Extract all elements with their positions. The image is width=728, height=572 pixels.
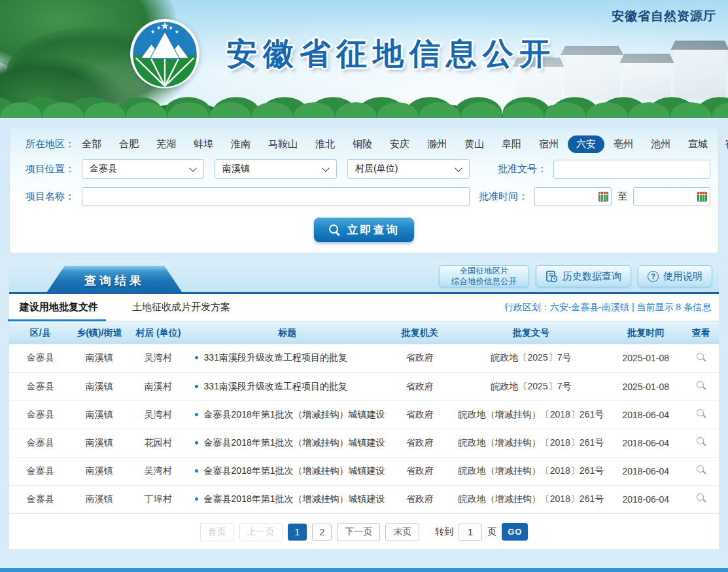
first-page-button[interactable]: 首页 [200, 523, 234, 541]
pagination: 首页 上一页 1 2 下一页 末页 转到 页 GO [9, 514, 719, 545]
county-select[interactable]: 金寨县 [82, 159, 204, 179]
col-title: 标题 [190, 321, 385, 344]
cell-county: 金寨县 [9, 429, 71, 457]
region-item[interactable]: 亳州 [614, 138, 633, 151]
page-2-button[interactable]: 2 [312, 524, 332, 541]
search-button-label: 立即查询 [347, 223, 400, 238]
cell-village: 吴湾村 [127, 401, 189, 429]
region-item[interactable]: 安庆 [390, 138, 409, 151]
cell-title[interactable]: 金寨县2018年第1批次（增减挂钩）城镇建设.. [190, 485, 385, 513]
view-magnifier-icon[interactable] [696, 465, 706, 475]
go-button[interactable]: GO [502, 523, 528, 541]
region-item[interactable]: 淮北 [315, 138, 335, 151]
view-magnifier-icon[interactable] [696, 493, 706, 503]
title-link[interactable]: 金寨县2018年第1批次（增减挂钩）城镇建设.. [204, 409, 385, 420]
next-page-button[interactable]: 下一页 [337, 523, 380, 541]
region-item-selected[interactable]: 六安 [568, 135, 604, 153]
location-row: 项目位置： 金寨县 南溪镇 村居(单位) 批准文号： [18, 159, 710, 179]
bullet-icon [195, 385, 198, 388]
location-label: 项目位置： [18, 163, 82, 175]
history-document-icon [546, 270, 558, 283]
region-item[interactable]: 宣城 [688, 138, 708, 151]
cell-county: 金寨县 [9, 401, 71, 429]
region-item[interactable]: 全部 [82, 138, 101, 151]
page-1-button[interactable]: 1 [288, 524, 307, 541]
question-icon: ? [648, 271, 659, 282]
town-select[interactable]: 南溪镇 [215, 159, 337, 179]
cell-doc-no: 皖政地（增减挂钩）〔2018〕261号 [454, 429, 608, 457]
national-land-price-button[interactable]: 全国征地区片 综合地价信息公开 [439, 265, 529, 287]
last-page-button[interactable]: 末页 [385, 523, 419, 541]
help-label: 使用说明 [663, 270, 702, 283]
view-magnifier-icon[interactable] [696, 437, 706, 447]
goto-page-input[interactable] [459, 524, 482, 541]
project-name-row: 项目名称： 批准时间： 至 [18, 187, 710, 206]
region-item[interactable]: 黄山 [464, 138, 484, 151]
bullet-icon [195, 469, 198, 473]
project-name-label: 项目名称： [18, 190, 82, 203]
results-table: 区/县 乡(镇)/街道 村居 (单位) 标题 批复机关 批复文号 批复时间 查看… [9, 321, 719, 514]
col-date: 批复时间 [608, 321, 684, 344]
region-item[interactable]: 淮南 [231, 138, 251, 151]
cell-village: 花园村 [127, 429, 189, 457]
tab-approval-documents[interactable]: 建设用地批复文件 [17, 294, 101, 321]
title-link[interactable]: 金寨县2018年第1批次（增减挂钩）城镇建设.. [204, 437, 385, 448]
view-magnifier-icon[interactable] [696, 352, 706, 363]
col-village: 村居 (单位) [127, 321, 189, 344]
region-item[interactable]: 宿州 [539, 138, 559, 151]
cell-village: 吴湾村 [127, 457, 189, 485]
calendar-icon[interactable] [598, 192, 608, 202]
col-county: 区/县 [9, 321, 71, 344]
cell-title[interactable]: 金寨县2018年第1批次（增减挂钩）城镇建设.. [190, 429, 385, 457]
cell-county: 金寨县 [9, 344, 71, 372]
bullet-icon [195, 497, 198, 501]
project-name-input[interactable] [82, 187, 470, 206]
national-land-price-line1: 全国征地区片 [460, 266, 509, 276]
search-button[interactable]: 立即查询 [314, 217, 414, 242]
cell-village: 吴湾村 [127, 344, 189, 372]
region-item[interactable]: 铜陵 [353, 138, 372, 151]
region-item[interactable]: 芜湖 [156, 138, 176, 151]
doc-no-input[interactable] [553, 160, 710, 179]
cell-view [684, 372, 719, 401]
title-link[interactable]: 金寨县2018年第1批次（增减挂钩）城镇建设.. [204, 493, 385, 504]
goto-label: 转到 [435, 526, 453, 538]
cell-title[interactable]: 331南溪段升级改造工程项目的批复 [190, 344, 385, 372]
region-item[interactable]: 池州 [651, 138, 670, 151]
tab-development-plans[interactable]: 土地征收成片开发方案 [130, 294, 233, 321]
region-item[interactable]: 合肥 [119, 138, 139, 151]
cell-title[interactable]: 331南溪段升级改造工程项目的批复 [190, 372, 385, 401]
results-title-tab: 查询结果 [47, 266, 182, 292]
title-link[interactable]: 331南溪段升级改造工程项目的批复 [204, 381, 347, 391]
region-item[interactable]: 蚌埠 [194, 138, 213, 151]
cell-date: 2025-01-08 [608, 372, 684, 401]
region-item[interactable]: 滁州 [427, 138, 447, 151]
region-item[interactable]: 阜阳 [502, 138, 521, 151]
cell-doc-no: 皖政地（增减挂钩）〔2018〕261号 [454, 401, 608, 429]
cell-agency: 省政府 [385, 485, 454, 513]
col-view: 查看 [684, 321, 719, 344]
title-link[interactable]: 金寨县2018年第1批次（增减挂钩）城镇建设.. [204, 465, 385, 476]
col-doc-no: 批复文号 [454, 321, 608, 344]
calendar-icon[interactable] [697, 192, 707, 202]
village-select[interactable]: 村居(单位) [347, 159, 470, 179]
region-item[interactable]: 马鞍山 [268, 138, 298, 151]
history-data-button[interactable]: 历史数据查询 [536, 265, 631, 287]
table-row: 金寨县 南溪镇 丁埠村 金寨县2018年第1批次（增减挂钩）城镇建设.. 省政府… [9, 485, 719, 513]
region-item[interactable]: 宿松 [725, 138, 728, 151]
view-magnifier-icon[interactable] [696, 380, 706, 391]
prev-page-button[interactable]: 上一页 [239, 523, 283, 541]
results-tabs: 建设用地批复文件 土地征收成片开发方案 行政区划：六安-金寨县-南溪镇 | 当前… [9, 294, 719, 321]
cell-agency: 省政府 [385, 401, 454, 429]
village-select-value: 村居(单位) [355, 163, 398, 175]
cell-title[interactable]: 金寨县2018年第1批次（增减挂钩）城镇建设.. [190, 457, 385, 485]
cell-agency: 省政府 [385, 344, 454, 372]
agency-name: 安徽省自然资源厅 [612, 8, 716, 25]
page-unit-label: 页 [487, 526, 496, 538]
cell-doc-no: 皖政地（增减挂钩）〔2018〕261号 [454, 485, 608, 513]
title-link[interactable]: 331南溪段升级改造工程项目的批复 [204, 352, 347, 363]
help-button[interactable]: ? 使用说明 [638, 265, 712, 287]
view-magnifier-icon[interactable] [696, 408, 706, 419]
cell-title[interactable]: 金寨县2018年第1批次（增减挂钩）城镇建设.. [190, 401, 385, 429]
cell-view [684, 401, 719, 429]
